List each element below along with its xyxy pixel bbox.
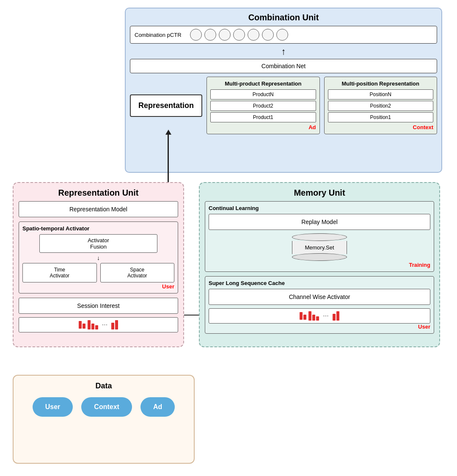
activator-fusion-box: ActivatorFusion — [39, 234, 157, 253]
bar — [83, 324, 85, 329]
position-1: Position1 — [328, 112, 433, 122]
bar — [115, 320, 118, 329]
replay-model-box: Replay Model — [209, 214, 430, 230]
bar-group-2 — [88, 320, 98, 329]
pctr-circle-1 — [190, 29, 202, 41]
repr-model-box: Representation Model — [19, 201, 178, 217]
bar-group-m3 — [333, 311, 339, 321]
product-2: Product2 — [210, 101, 316, 111]
time-activator-box: TimeActivator — [22, 263, 97, 282]
data-pills-row: User Context Ad — [19, 397, 188, 417]
representation-label: Representation — [130, 94, 202, 117]
bar — [79, 321, 82, 329]
arrow-up-combination: ↑ — [130, 46, 437, 57]
combination-unit: Combination Unit Combination pCTR ↑ Comb… — [125, 8, 442, 173]
spatio-section: Spatio-temporal Activator ActivatorFusio… — [19, 221, 178, 293]
bar-group-m2 — [308, 311, 319, 321]
bar — [303, 315, 306, 320]
representation-unit-title: Representation Unit — [19, 188, 178, 198]
bar — [316, 316, 319, 321]
pctr-row: Combination pCTR — [130, 26, 437, 44]
memory-unit: Memory Unit Continual Learning Replay Mo… — [199, 182, 440, 347]
bar — [333, 314, 336, 321]
multi-position-title: Multi-position Representation — [328, 80, 433, 87]
pctr-circle-7 — [276, 29, 288, 41]
ad-label: Ad — [210, 124, 316, 130]
time-space-row: TimeActivator SpaceActivator — [22, 263, 174, 282]
small-arrow-down: ↓ — [22, 255, 174, 261]
data-pill-user: User — [33, 397, 73, 417]
cylinder-top — [292, 233, 347, 241]
pctr-circle-6 — [262, 29, 274, 41]
position-2: Position2 — [328, 101, 433, 111]
main-up-arrow — [168, 134, 169, 183]
bar — [91, 324, 94, 329]
multi-product-title: Multi-product Representation — [210, 80, 316, 87]
bar-group-3 — [111, 320, 118, 329]
spatio-title: Spatio-temporal Activator — [22, 225, 174, 232]
continual-title: Continual Learning — [209, 205, 430, 211]
training-label: Training — [209, 262, 430, 268]
channel-wise-box: Channel Wise Activator — [209, 289, 430, 305]
dots: ··· — [102, 321, 107, 329]
data-pill-context: Context — [81, 397, 132, 417]
session-interest-box: Session Interest — [19, 298, 178, 314]
bar — [300, 312, 303, 320]
pctr-label: Combination pCTR — [135, 32, 182, 38]
data-unit: Data User Context Ad — [13, 375, 195, 464]
combo-bottom-row: Representation Multi-product Representat… — [130, 77, 437, 134]
bar — [95, 325, 98, 329]
multi-product-repr: Multi-product Representation ProductN Pr… — [206, 77, 319, 134]
memory-unit-title: Memory Unit — [205, 188, 434, 198]
user-label-spatio: User — [22, 283, 174, 290]
bar-group-1 — [79, 321, 85, 329]
product-n: ProductN — [210, 89, 316, 100]
cylinder-bottom — [292, 253, 347, 261]
pctr-circle-2 — [204, 29, 216, 41]
space-activator-box: SpaceActivator — [100, 263, 175, 282]
seq-bars-repr: ··· — [19, 317, 178, 332]
pctr-circle-4 — [233, 29, 245, 41]
user-label-memory: User — [209, 324, 430, 330]
seq-bars-memory: ··· — [209, 308, 430, 324]
bar — [336, 311, 339, 321]
continual-section: Continual Learning Replay Model Memory.S… — [205, 201, 434, 272]
pctr-circle-3 — [219, 29, 231, 41]
super-long-section: Super Long Sequence Cache Channel Wise A… — [205, 276, 434, 334]
bar — [308, 311, 311, 321]
bar — [111, 323, 114, 329]
pctr-circle-5 — [248, 29, 259, 41]
combination-unit-title: Combination Unit — [130, 13, 437, 22]
dots-memory: ··· — [323, 312, 328, 320]
memory-set-cylinder: Memory.Set — [292, 233, 347, 261]
position-n: PositionN — [328, 89, 433, 100]
data-title: Data — [19, 382, 188, 390]
horiz-connector — [184, 315, 199, 315]
super-long-title: Super Long Sequence Cache — [209, 280, 430, 286]
multi-position-repr: Multi-position Representation PositionN … — [324, 77, 437, 134]
product-stacked: ProductN Product2 Product1 — [210, 89, 316, 122]
bar — [312, 315, 315, 321]
bar-group-m1 — [300, 312, 306, 320]
data-pill-ad: Ad — [140, 397, 175, 417]
combination-net-box: Combination Net — [130, 59, 437, 73]
position-stacked: PositionN Position2 Position1 — [328, 89, 433, 122]
diagram-container: Combination Unit Combination pCTR ↑ Comb… — [0, 0, 457, 476]
product-1: Product1 — [210, 112, 316, 122]
cylinder-body: Memory.Set — [292, 241, 347, 254]
pctr-circles — [190, 29, 288, 41]
representation-unit: Representation Unit Representation Model… — [13, 182, 184, 347]
context-label: Context — [328, 124, 433, 130]
bar — [88, 320, 91, 329]
